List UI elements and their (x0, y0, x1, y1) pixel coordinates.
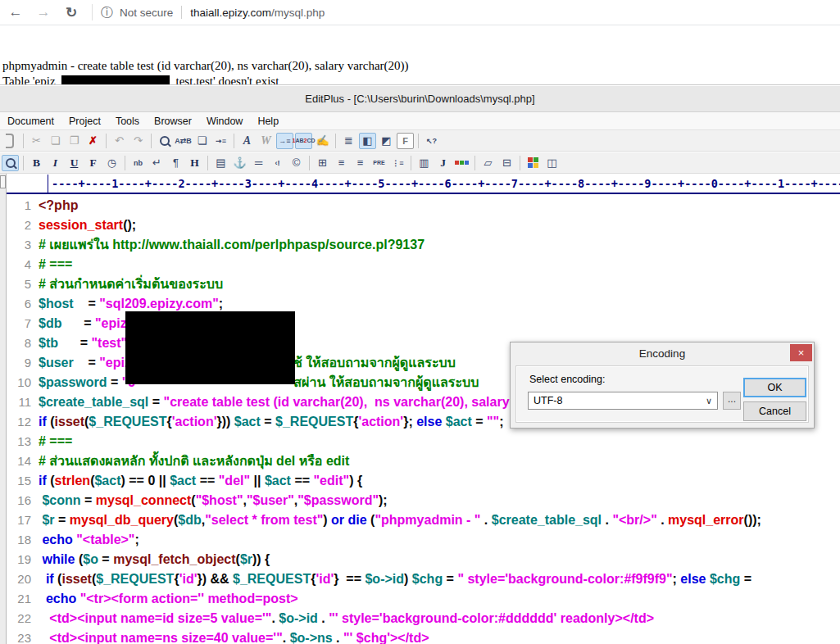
code-token: "sql209.epizy.com" (99, 297, 219, 311)
undo-icon[interactable]: ↶ (111, 133, 128, 149)
table-icon[interactable]: ⊞ (314, 155, 331, 171)
menu-document[interactable]: Document (0, 116, 61, 127)
find-in-files-icon[interactable]: ❏ (193, 133, 211, 149)
encoding-select[interactable]: UTF-8 ∨ (528, 392, 718, 410)
script-icon[interactable]: ▥ (415, 155, 433, 171)
code-token: = (98, 552, 113, 566)
line-number: 13 (7, 432, 39, 451)
menu-help[interactable]: Help (250, 116, 286, 127)
toolbar-separator (234, 134, 234, 148)
clipped-document-icon[interactable] (2, 133, 19, 149)
code-token: $create_table_sql (492, 513, 602, 527)
time-stamp-icon[interactable]: ◷ (103, 155, 120, 171)
reload-icon[interactable]: ↻ (62, 4, 80, 21)
window-left-edge (0, 174, 7, 644)
preferences-icon[interactable]: ✍ (314, 133, 331, 149)
image-icon[interactable]: ▤ (212, 155, 229, 171)
code-token: ช้ ให้สอบถามจากผู้ดูแลระบบ (293, 356, 456, 370)
center-text-icon[interactable]: ≡ (333, 155, 350, 171)
context-help-icon[interactable]: ↖? (423, 133, 440, 149)
code-token: 'action' (358, 415, 403, 429)
font-tag-icon[interactable]: F (84, 155, 102, 171)
ok-button[interactable]: OK (743, 378, 806, 397)
close-icon[interactable]: × (790, 344, 812, 361)
code-token: ( (47, 415, 55, 429)
anchor-icon[interactable]: ⚓ (231, 155, 248, 171)
paste-icon[interactable]: ❐ (66, 133, 83, 149)
code-line: 21 echo "<tr><form action='' method=post… (7, 589, 840, 609)
word-wrap-off-icon[interactable]: W (257, 133, 275, 149)
code-token: "' $chg'></td> (343, 631, 429, 644)
code-token: $create_table_sql (39, 395, 148, 409)
object-icon[interactable] (453, 155, 470, 171)
code-token: = (61, 316, 94, 330)
replace-icon[interactable]: A⇄B (175, 133, 192, 149)
browse-button[interactable]: ... (723, 392, 741, 410)
document-list-icon[interactable]: ≣ (340, 133, 357, 149)
nbsp-icon[interactable]: nb (129, 155, 147, 171)
find-icon[interactable] (156, 133, 173, 149)
function-list-icon[interactable]: F (397, 133, 414, 149)
redo-icon[interactable]: ↷ (129, 133, 147, 149)
security-label[interactable]: Not secure (120, 7, 173, 19)
toolbar-separator (106, 134, 107, 148)
menu-project[interactable]: Project (61, 116, 108, 127)
comment-icon[interactable]: ‹! (269, 155, 286, 171)
pre-icon[interactable]: PRE (370, 155, 388, 171)
forward-icon[interactable]: → (34, 4, 52, 20)
cancel-button[interactable]: Cancel (743, 401, 806, 421)
javascript-icon[interactable]: J (434, 155, 452, 171)
browser-colors-icon[interactable] (524, 155, 542, 171)
code-token: while (42, 552, 75, 566)
encoding-dialog: Encoding × Select encoding: UTF-8 ∨ ... … (510, 342, 815, 429)
mark-all-icon[interactable]: ⇢≡ (212, 133, 229, 149)
url-host[interactable]: thaiall.epizy.com (190, 7, 271, 19)
code-token: . (602, 513, 612, 527)
page-content: phpmyadmin - create table test (id varch… (0, 25, 840, 84)
editplus-window: EditPlus - [C:\Users\burin\Downloads\mys… (0, 84, 840, 644)
italic-icon[interactable]: I (47, 155, 64, 171)
code-token: $o (83, 552, 98, 566)
code-token: ; (673, 572, 681, 586)
side-panel-icon[interactable]: ◧ (359, 133, 376, 149)
splitter-handle[interactable] (0, 175, 6, 188)
code-token: "test" (91, 336, 127, 350)
heading-icon[interactable]: H (186, 155, 203, 171)
menu-tools[interactable]: Tools (108, 116, 147, 127)
new-window-icon[interactable]: ▱ (479, 155, 497, 171)
special-char-icon[interactable]: © (288, 155, 305, 171)
url-path[interactable]: /mysql.php (271, 7, 325, 19)
cliptext-icon[interactable]: ◩ (378, 133, 395, 149)
horizontal-rule-icon[interactable]: ═ (250, 155, 267, 171)
copy-icon[interactable]: ❏ (47, 133, 64, 149)
address-bar[interactable]: thaiall.epizy.com/mysql.php (190, 5, 325, 20)
word-wrap-icon[interactable]: →≡ (276, 133, 293, 149)
list-icon[interactable]: ⋮≡ (389, 155, 406, 171)
line-number: 14 (7, 451, 39, 471)
right-text-icon[interactable]: ≡ (352, 155, 369, 171)
code-token: = (472, 415, 487, 429)
frame-icon[interactable]: ⊟ (498, 155, 515, 171)
cut-icon[interactable]: ✂ (28, 133, 45, 149)
split-window-icon[interactable]: ◫ (543, 155, 561, 171)
bold-icon[interactable]: B (28, 155, 45, 171)
code-token: . (271, 611, 279, 625)
code-token: ; (219, 297, 223, 311)
code-token: }) && (197, 572, 233, 586)
line-break-icon[interactable]: ↵ (148, 155, 166, 171)
underline-icon[interactable]: U (66, 155, 83, 171)
page-info-icon[interactable]: ⓘ (101, 5, 113, 20)
code-token: 'id' (316, 572, 334, 586)
back-icon[interactable]: ← (7, 4, 25, 20)
code-line: 16 $conn = mysql_connect("$host","$user"… (7, 491, 840, 510)
font-icon[interactable]: A (238, 133, 256, 149)
paragraph-icon[interactable]: ¶ (167, 155, 184, 171)
delete-icon[interactable]: ✗ (84, 133, 102, 149)
auto-indent-icon[interactable]: 1AB2CD (295, 133, 312, 149)
browser-preview-icon[interactable] (2, 155, 19, 171)
line-number: 22 (7, 609, 39, 628)
ruler-scale: ----+----1----+----2----+----3----+----4… (52, 177, 840, 190)
menu-window[interactable]: Window (199, 116, 250, 127)
chevron-down-icon[interactable]: ∨ (706, 392, 712, 409)
menu-browser[interactable]: Browser (147, 116, 199, 127)
